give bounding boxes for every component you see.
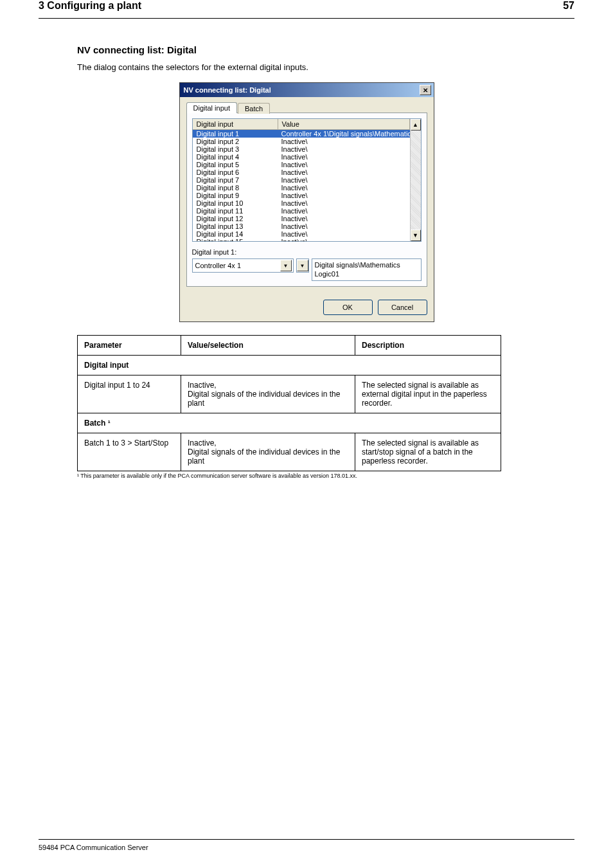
section-heading: NV connecting list: Digital (77, 44, 574, 55)
list-row[interactable]: Digital input 5Inactive\ (193, 161, 410, 168)
page-number: 57 (563, 0, 574, 12)
th-description: Description (355, 335, 501, 355)
list-row[interactable]: Digital input 6Inactive\ (193, 168, 410, 176)
dialog-titlebar[interactable]: NV connecting list: Digital ✕ (180, 83, 434, 97)
chevron-down-icon: ▼ (280, 260, 292, 271)
list-cell-name: Digital input 8 (193, 184, 278, 192)
cell-desc: The selected signal is available as exte… (355, 375, 501, 413)
vertical-scrollbar[interactable]: ▲ ▼ (410, 119, 421, 241)
list-row[interactable]: Digital input 1Controller 4x 1\Digital s… (193, 130, 410, 138)
dialog-title: NV connecting list: Digital (184, 86, 271, 94)
list-cell-name: Digital input 12 (193, 215, 278, 222)
list-row[interactable]: Digital input 9Inactive\ (193, 192, 410, 199)
list-cell-value: Inactive\ (278, 153, 410, 161)
list-col-digital-input[interactable]: Digital input (193, 119, 278, 129)
cell-value: Inactive, Digital signals of the individ… (181, 375, 355, 413)
list-cell-name: Digital input 3 (193, 145, 278, 153)
list-col-value[interactable]: Value (278, 119, 410, 129)
list-cell-value: Inactive\ (278, 222, 410, 230)
device-select[interactable]: Controller 4x 1 ▼ (192, 258, 294, 273)
list-row[interactable]: Digital input 4Inactive\ (193, 153, 410, 161)
scroll-up-icon[interactable]: ▲ (411, 119, 421, 131)
tab-batch[interactable]: Batch (238, 103, 270, 114)
list-cell-value: Inactive\ (278, 230, 410, 238)
header-rule (39, 18, 574, 19)
signal-select[interactable]: ▼ (296, 258, 309, 273)
signal-value-display: Digital signals\Mathematics Logic01 (312, 258, 422, 281)
cell-param: Batch 1 to 3 > Start/Stop (78, 433, 181, 471)
cell-param: Digital input 1 to 24 (78, 375, 181, 413)
list-cell-value: Inactive\ (278, 184, 410, 192)
list-row[interactable]: Digital input 11Inactive\ (193, 207, 410, 215)
subhead-batch: Batch ¹ (78, 413, 501, 433)
list-cell-value: Inactive\ (278, 207, 410, 215)
table-footnote: ¹ This parameter is available only if th… (77, 473, 574, 479)
list-cell-name: Digital input 9 (193, 192, 278, 199)
list-cell-value: Inactive\ (278, 176, 410, 184)
list-cell-name: Digital input 7 (193, 176, 278, 184)
ok-button[interactable]: OK (323, 300, 373, 315)
footer-text: 59484 PCA Communication Server (39, 844, 574, 851)
chevron-down-icon: ▼ (297, 260, 308, 271)
section-paragraph: The dialog contains the selectors for th… (77, 62, 574, 73)
parameter-table: Parameter Value/selection Description Di… (77, 335, 501, 471)
list-row[interactable]: Digital input 10Inactive\ (193, 199, 410, 207)
chapter-title: 3 Configuring a plant (39, 0, 141, 12)
list-cell-value: Inactive\ (278, 145, 410, 153)
edit-label: Digital input 1: (192, 248, 422, 256)
dialog-tabs: Digital input Batch (186, 102, 427, 113)
cell-value: Inactive, Digital signals of the individ… (181, 433, 355, 471)
list-row[interactable]: Digital input 13Inactive\ (193, 222, 410, 230)
list-cell-name: Digital input 4 (193, 153, 278, 161)
footer-rule (39, 839, 574, 840)
list-cell-name: Digital input 1 (193, 130, 278, 138)
list-cell-name: Digital input 11 (193, 207, 278, 215)
list-cell-name: Digital input 6 (193, 168, 278, 176)
list-cell-value: Inactive\ (278, 238, 410, 241)
list-row[interactable]: Digital input 7Inactive\ (193, 176, 410, 184)
list-cell-value: Inactive\ (278, 168, 410, 176)
th-parameter: Parameter (78, 335, 181, 355)
tab-digital-input[interactable]: Digital input (186, 102, 237, 113)
list-cell-value: Inactive\ (278, 161, 410, 168)
th-value: Value/selection (181, 335, 355, 355)
list-cell-name: Digital input 5 (193, 161, 278, 168)
list-cell-name: Digital input 14 (193, 230, 278, 238)
digital-input-list[interactable]: Digital input Value Digital input 1Contr… (192, 118, 422, 242)
list-cell-value: Inactive\ (278, 215, 410, 222)
list-cell-name: Digital input 15 (193, 238, 278, 241)
list-row[interactable]: Digital input 12Inactive\ (193, 215, 410, 222)
list-cell-value: Inactive\ (278, 192, 410, 199)
list-row[interactable]: Digital input 8Inactive\ (193, 184, 410, 192)
scroll-down-icon[interactable]: ▼ (411, 230, 421, 241)
cancel-button[interactable]: Cancel (378, 300, 427, 315)
list-cell-value: Controller 4x 1\Digital signals\Mathemat… (278, 130, 410, 138)
cell-desc: The selected signal is available as star… (355, 433, 501, 471)
list-cell-value: Inactive\ (278, 199, 410, 207)
list-cell-value: Inactive\ (278, 138, 410, 145)
device-select-value: Controller 4x 1 (195, 262, 242, 269)
nv-connecting-dialog: NV connecting list: Digital ✕ Digital in… (179, 82, 434, 322)
list-row[interactable]: Digital input 3Inactive\ (193, 145, 410, 153)
subhead-digital-input: Digital input (78, 355, 501, 375)
list-row[interactable]: Digital input 2Inactive\ (193, 138, 410, 145)
list-cell-name: Digital input 2 (193, 138, 278, 145)
list-cell-name: Digital input 10 (193, 199, 278, 207)
close-icon[interactable]: ✕ (420, 85, 431, 95)
list-row[interactable]: Digital input 15Inactive\ (193, 238, 410, 241)
list-row[interactable]: Digital input 14Inactive\ (193, 230, 410, 238)
list-cell-name: Digital input 13 (193, 222, 278, 230)
